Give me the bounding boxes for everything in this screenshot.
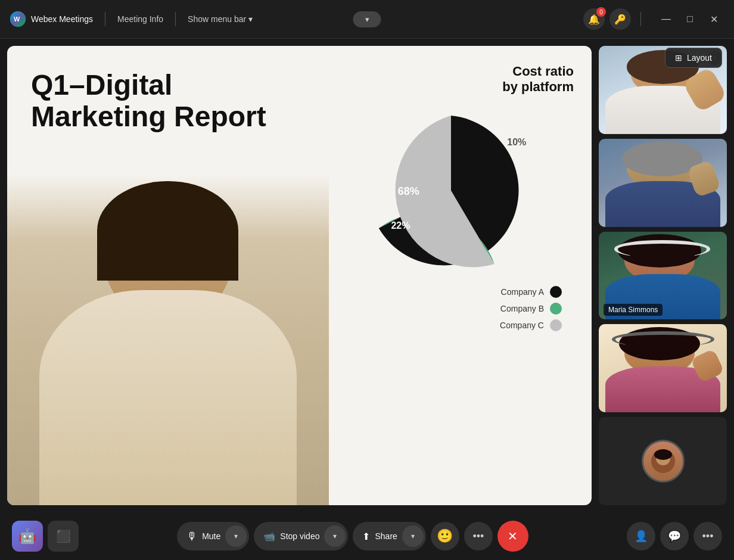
legend-item-company-c: Company C xyxy=(500,319,562,331)
bottom-controls-center: 🎙 Mute ▾ 📹 Stop video ▾ ⬆ Share ▾ 🙂 ••• … xyxy=(177,521,528,552)
bottom-bar: 🤖 ⬛ 🎙 Mute ▾ 📹 Stop video ▾ ⬆ Share ▾ 🙂 xyxy=(0,512,734,560)
slide: Q1–Digital Marketing Report xyxy=(7,46,592,505)
layout-icon: ⊞ xyxy=(675,53,682,63)
ai-icon: 🤖 xyxy=(18,528,36,545)
maximize-button[interactable]: □ xyxy=(679,8,701,30)
notification-badge: 0 xyxy=(596,7,606,17)
top-bar-left: W Webex Meetings Meeting Info Show menu … xyxy=(10,11,253,27)
presenter-photo xyxy=(7,175,329,505)
slide-title: Q1–Digital Marketing Report xyxy=(31,70,305,133)
layout-button[interactable]: ⊞ Layout xyxy=(665,48,722,68)
ai-assistant-button[interactable]: 🤖 xyxy=(12,521,43,552)
chat-icon: 💬 xyxy=(668,530,681,543)
pie-label-22: 22% xyxy=(391,220,410,231)
divider-2 xyxy=(175,12,176,26)
bottom-controls-right: 👤 💬 ••• xyxy=(627,522,722,550)
legend-item-company-b: Company B xyxy=(500,303,562,315)
key-icon-button[interactable]: 🔑 xyxy=(609,8,631,30)
video-sidebar: 🔇 Maria Simmons xyxy=(599,46,727,505)
captions-icon: ⬛ xyxy=(56,529,71,543)
pie-chart-svg xyxy=(368,107,534,274)
legend-item-company-a: Company A xyxy=(500,286,562,298)
mute-button[interactable]: 🎙 Mute ▾ xyxy=(177,522,249,550)
more-apps-button[interactable]: ••• xyxy=(693,522,722,550)
mute-expand-button[interactable]: ▾ xyxy=(225,525,247,547)
participants-button[interactable]: 👤 xyxy=(627,522,655,550)
show-menu-bar-button[interactable]: Show menu bar ▾ xyxy=(188,14,253,24)
chevron-down-icon: ▾ xyxy=(365,15,369,24)
participants-icon: 👤 xyxy=(635,530,648,543)
end-call-button[interactable]: ✕ xyxy=(497,521,528,552)
legend-label-b: Company B xyxy=(500,304,544,313)
share-button[interactable]: ⬆ Share ▾ xyxy=(353,522,425,550)
divider-1 xyxy=(105,12,105,26)
main-content: Q1–Digital Marketing Report xyxy=(0,39,734,512)
minimize-button[interactable]: — xyxy=(655,8,677,30)
window-controls: — □ ✕ xyxy=(655,8,724,30)
legend-label-a: Company A xyxy=(500,287,544,297)
pie-label-68: 68% xyxy=(398,185,419,198)
notification-button[interactable]: 🔔 0 xyxy=(583,8,605,30)
end-call-icon: ✕ xyxy=(508,529,518,543)
top-bar: W Webex Meetings Meeting Info Show menu … xyxy=(0,0,734,39)
video-tile-4[interactable] xyxy=(599,324,727,412)
legend-dot-a xyxy=(550,286,562,298)
stop-video-button[interactable]: 📹 Stop video ▾ xyxy=(254,522,348,550)
bottom-controls-left: 🤖 ⬛ xyxy=(12,521,79,552)
pie-chart: 68% 22% 10% xyxy=(368,107,534,274)
chart-legend: Company A Company B Company C xyxy=(500,286,562,331)
emoji-icon: 🙂 xyxy=(437,528,453,544)
share-icon: ⬆ xyxy=(362,531,370,542)
video-tile-3[interactable]: Maria Simmons xyxy=(599,232,727,320)
webex-logo-icon: W xyxy=(10,11,26,27)
legend-dot-c xyxy=(550,319,562,331)
video-tile-2[interactable] xyxy=(599,139,727,227)
more-icon: ••• xyxy=(472,530,484,543)
reaction-button[interactable]: 🙂 xyxy=(431,522,459,550)
app-title: Webex Meetings xyxy=(31,14,93,24)
more-options-button[interactable]: ••• xyxy=(464,522,493,550)
cost-ratio-title: Cost ratioby platform xyxy=(502,64,574,95)
pie-label-10: 10% xyxy=(507,137,526,148)
microphone-icon: 🎙 xyxy=(186,530,197,543)
slide-left: Q1–Digital Marketing Report xyxy=(7,46,329,505)
presentation-area: Q1–Digital Marketing Report xyxy=(7,46,592,505)
webex-logo: W Webex Meetings xyxy=(10,11,93,27)
chevron-down-icon: ▾ xyxy=(248,14,253,24)
svg-text:W: W xyxy=(14,15,20,23)
participant-name-badge-3: Maria Simmons xyxy=(604,304,663,316)
video-expand-button[interactable]: ▾ xyxy=(324,525,346,547)
top-bar-center: ▾ xyxy=(353,11,381,27)
divider-3 xyxy=(640,12,641,26)
slide-right: Cost ratioby platform 68% 22 xyxy=(329,46,592,505)
share-expand-button[interactable]: ▾ xyxy=(402,525,424,547)
apps-icon: ••• xyxy=(702,530,714,543)
video-tile-5[interactable] xyxy=(599,417,727,505)
key-icon: 🔑 xyxy=(614,14,626,25)
legend-dot-b xyxy=(550,303,562,315)
top-bar-right: 🔔 0 🔑 — □ ✕ xyxy=(583,8,724,30)
legend-label-c: Company C xyxy=(500,321,544,330)
expand-panel-button[interactable]: ▾ xyxy=(353,11,381,27)
close-button[interactable]: ✕ xyxy=(703,8,724,30)
captions-button[interactable]: ⬛ xyxy=(48,521,79,552)
participant-avatar-5 xyxy=(642,440,685,483)
video-icon: 📹 xyxy=(263,531,275,542)
meeting-info-button[interactable]: Meeting Info xyxy=(117,14,163,24)
chat-button[interactable]: 💬 xyxy=(660,522,689,550)
